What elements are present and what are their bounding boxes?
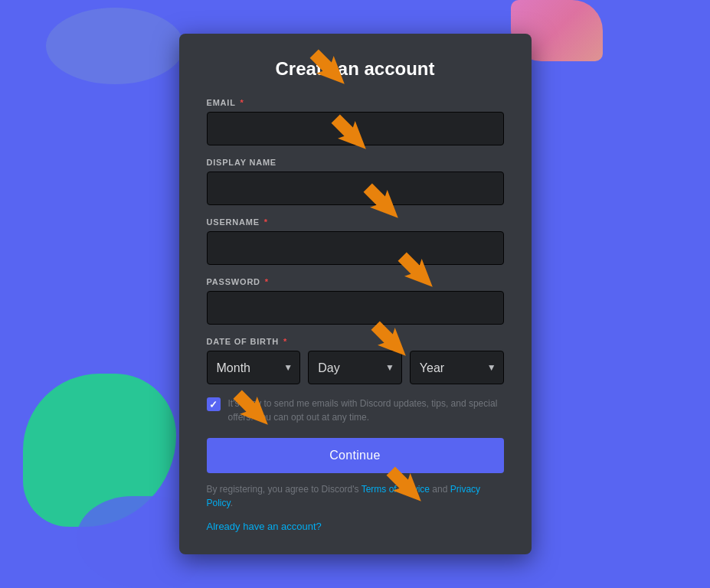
day-select-wrap: Day 12345 678910 1112131415 1617181920 2… [308,351,402,384]
email-opt-in-row: It's okay to send me emails with Discord… [207,397,504,424]
display-name-label: DISPLAY NAME [207,158,504,167]
modal-title: Create an account [207,58,504,80]
display-name-input[interactable] [207,172,504,205]
registration-modal: Create an account EMAIL * DISPLAY NAME U… [179,34,532,554]
email-opt-in-checkbox[interactable] [207,397,221,411]
password-group: PASSWORD * [207,277,504,325]
email-group: EMAIL * [207,98,504,145]
dob-label: DATE OF BIRTH * [207,337,504,346]
password-label: PASSWORD * [207,277,504,286]
terms-text: By registering, you agree to Discord's T… [207,482,504,510]
username-group: USERNAME * [207,217,504,265]
dob-group: DATE OF BIRTH * Month JanuaryFebruaryMar… [207,337,504,384]
email-input[interactable] [207,112,504,145]
password-required-star: * [265,277,269,286]
dob-required-star: * [283,337,287,346]
continue-button[interactable]: Continue [207,438,504,473]
day-select[interactable]: Day 12345 678910 1112131415 1617181920 2… [308,351,402,384]
username-label: USERNAME * [207,217,504,227]
already-have-account-link[interactable]: Already have an account? [207,521,322,532]
year-select-wrap: Year ▼ [410,351,504,384]
year-select[interactable]: Year [410,351,504,384]
username-required-star: * [264,217,268,227]
display-name-group: DISPLAY NAME [207,158,504,205]
dob-selects-row: Month JanuaryFebruaryMarch AprilMayJune … [207,351,504,384]
month-select-wrap: Month JanuaryFebruaryMarch AprilMayJune … [207,351,301,384]
email-opt-in-label: It's okay to send me emails with Discord… [228,397,504,424]
username-input[interactable] [207,231,504,265]
terms-of-service-link[interactable]: Terms of Service [362,484,430,495]
email-label: EMAIL * [207,98,504,107]
password-input[interactable] [207,291,504,325]
month-select[interactable]: Month JanuaryFebruaryMarch AprilMayJune … [207,351,301,384]
email-required-star: * [240,98,244,107]
bg-blob-bottom-left [23,374,176,527]
bg-blob-top-left [46,8,184,84]
